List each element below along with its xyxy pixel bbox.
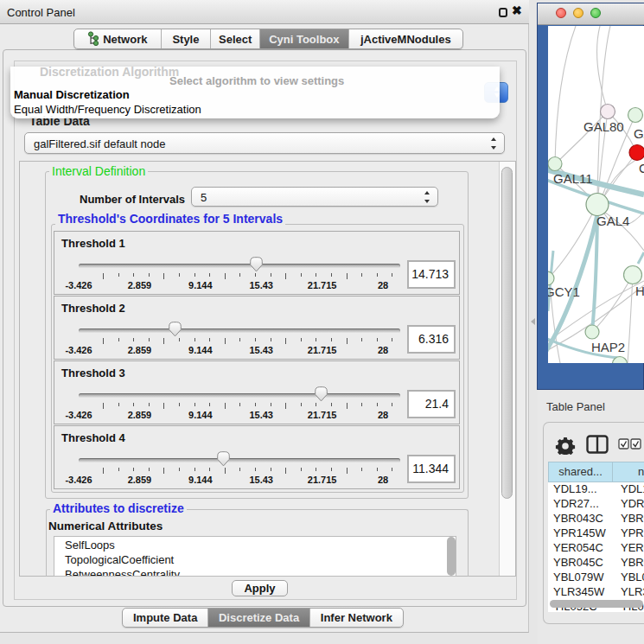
svg-text:GAL11: GAL11 — [553, 171, 593, 186]
svg-text:HAP2: HAP2 — [591, 340, 625, 354]
svg-text:GAL4: GAL4 — [596, 214, 629, 228]
svg-text:H: H — [635, 284, 644, 298]
svg-text:GCY1: GCY1 — [548, 284, 580, 299]
svg-text:GAL80: GAL80 — [583, 119, 624, 134]
svg-text:GA: GA — [634, 126, 644, 141]
svg-text:C: C — [639, 161, 644, 175]
